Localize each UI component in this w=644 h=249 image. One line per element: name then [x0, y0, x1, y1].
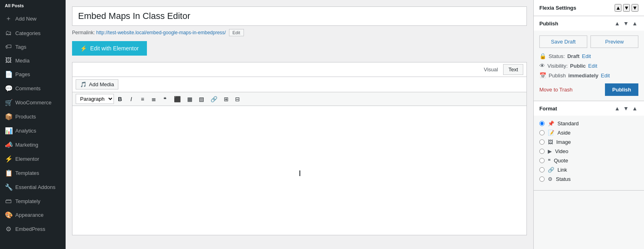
- ordered-list-button[interactable]: ≣: [149, 94, 159, 104]
- sidebar-item-media[interactable]: 🖼 Media: [0, 54, 66, 67]
- sidebar-icon-media: 🖼: [5, 57, 12, 64]
- format-section: Format ▲ ▼ ▲ 📌 Standard 📝 Aside 🖼 Image …: [534, 101, 644, 191]
- sidebar-label-elementor: Elementor: [15, 156, 39, 162]
- sidebar-item-pages[interactable]: 📄 Pages: [0, 67, 66, 81]
- italic-button[interactable]: I: [126, 94, 136, 104]
- format-icon-quote: ❝: [548, 158, 551, 164]
- sidebar-label-categories: Categories: [15, 30, 41, 36]
- permalink-bar: Permalink: http://test-website.local/emb…: [72, 29, 527, 36]
- sidebar-label-tags: Tags: [15, 44, 26, 50]
- format-radio-video[interactable]: [539, 149, 545, 154]
- sidebar-item-tags[interactable]: 🏷 Tags: [0, 40, 66, 54]
- sidebar-item-templately[interactable]: 🗃 Templately: [0, 194, 66, 208]
- publish-up-button[interactable]: ▲: [613, 20, 621, 27]
- format-option-aside[interactable]: 📝 Aside: [539, 130, 638, 136]
- tab-visual[interactable]: Visual: [479, 64, 503, 75]
- format-title: Format: [539, 106, 557, 112]
- status-icon: 🔒: [539, 53, 546, 59]
- elementor-edit-button[interactable]: ⚡ Edit with Elementor: [72, 41, 147, 56]
- sidebar-item-products[interactable]: 📦 Products: [0, 110, 66, 124]
- publish-edit-link[interactable]: Edit: [601, 73, 610, 79]
- preview-button[interactable]: Preview: [590, 35, 638, 48]
- sidebar-label-media: Media: [15, 58, 29, 64]
- table-button[interactable]: ⊞: [221, 94, 231, 104]
- format-radio-image[interactable]: [539, 139, 545, 145]
- sidebar-item-embedpress[interactable]: ⚙ EmbedPress: [0, 222, 66, 236]
- add-media-icon: 🎵: [80, 81, 87, 87]
- flexia-toggle-button[interactable]: ▼: [632, 4, 638, 12]
- format-option-standard[interactable]: 📌 Standard: [539, 120, 638, 127]
- format-up-button[interactable]: ▲: [613, 105, 621, 112]
- post-title-input[interactable]: [72, 6, 527, 26]
- format-label-status: Status: [556, 176, 571, 182]
- sidebar-item-add-new[interactable]: ＋ Add New: [0, 11, 66, 26]
- sidebar-icon-essential-addons: 🔧: [5, 183, 12, 191]
- format-radio-status[interactable]: [539, 176, 545, 182]
- format-option-video[interactable]: ▶ Video: [539, 148, 638, 154]
- format-option-link[interactable]: 🔗 Link: [539, 167, 638, 173]
- flexia-up-button[interactable]: ▲: [615, 4, 621, 12]
- publish-down-button[interactable]: ▼: [622, 20, 630, 27]
- sidebar-icon-embedpress: ⚙: [5, 225, 12, 233]
- elementor-btn-label: Edit with Elementor: [90, 45, 139, 52]
- link-button[interactable]: 🔗: [208, 94, 220, 104]
- elementor-icon: ⚡: [80, 45, 87, 52]
- format-section-header[interactable]: Format ▲ ▼ ▲: [534, 101, 644, 116]
- sidebar-item-analytics[interactable]: 📊 Analytics: [0, 124, 66, 138]
- publish-button[interactable]: Publish: [605, 83, 638, 96]
- publish-collapse-button[interactable]: ▲: [631, 20, 638, 27]
- sidebar-item-templates[interactable]: 📋 Templates: [0, 166, 66, 180]
- publish-footer: Move to Trash Publish: [539, 83, 638, 96]
- add-media-button[interactable]: 🎵 Add Media: [76, 79, 118, 89]
- align-left-button[interactable]: ⬛: [171, 94, 184, 104]
- paragraph-select[interactable]: Paragraph: [76, 94, 114, 104]
- format-label-video: Video: [555, 148, 568, 154]
- sidebar-item-appearance[interactable]: 🎨 Appearance: [0, 208, 66, 222]
- visibility-row: 👁 Visibility: Public Edit: [539, 62, 638, 69]
- editor-tab-bar: Visual Text: [72, 62, 526, 77]
- sidebar-item-essential-addons[interactable]: 🔧 Essential Addons: [0, 180, 66, 194]
- sidebar-icon-add-new: ＋: [5, 15, 12, 23]
- permalink-edit-button[interactable]: Edit: [229, 29, 244, 36]
- format-collapse-button[interactable]: ▲: [631, 105, 638, 112]
- tab-text[interactable]: Text: [503, 64, 523, 75]
- format-radio-link[interactable]: [539, 167, 545, 172]
- sidebar-label-products: Products: [15, 114, 36, 120]
- visibility-edit-link[interactable]: Edit: [588, 63, 597, 69]
- save-draft-button[interactable]: Save Draft: [539, 35, 587, 48]
- format-radio-standard[interactable]: [539, 121, 545, 126]
- status-edit-link[interactable]: Edit: [582, 53, 591, 59]
- align-right-button[interactable]: ▧: [196, 94, 207, 104]
- flexia-down-button[interactable]: ▼: [623, 4, 630, 12]
- more-button[interactable]: ⊟: [232, 94, 243, 104]
- permalink-url[interactable]: http://test-website.local/embed-google-m…: [96, 30, 226, 35]
- align-center-button[interactable]: ▦: [184, 94, 195, 104]
- sidebar-icon-categories: 🗂: [5, 29, 12, 37]
- unordered-list-button[interactable]: ≡: [137, 94, 148, 104]
- sidebar-icon-elementor: ⚡: [5, 155, 12, 163]
- format-radio-quote[interactable]: [539, 158, 545, 163]
- sidebar-item-woocommerce[interactable]: 🛒 WooCommerce: [0, 95, 66, 110]
- format-option-quote[interactable]: ❝ Quote: [539, 158, 638, 164]
- format-option-status[interactable]: ⚙ Status: [539, 176, 638, 182]
- editor-content-area[interactable]: [72, 106, 526, 235]
- move-trash-link[interactable]: Move to Trash: [539, 87, 572, 93]
- blockquote-button[interactable]: ❝: [160, 94, 170, 104]
- sidebar-icon-products: 📦: [5, 113, 12, 120]
- sidebar-item-elementor[interactable]: ⚡ Elementor: [0, 152, 66, 166]
- visibility-label: Visibility:: [547, 63, 568, 69]
- sidebar-item-categories[interactable]: 🗂 Categories: [0, 26, 66, 40]
- format-radio-aside[interactable]: [539, 130, 545, 135]
- format-option-image[interactable]: 🖼 Image: [539, 139, 638, 145]
- format-label-standard: Standard: [557, 120, 579, 127]
- format-icon-image: 🖼: [548, 139, 553, 145]
- status-row: 🔒 Status: Draft Edit: [539, 53, 638, 59]
- sidebar-icon-pages: 📄: [5, 71, 12, 78]
- sidebar-item-comments[interactable]: 💬 Comments: [0, 81, 66, 95]
- format-down-button[interactable]: ▼: [622, 105, 630, 112]
- sidebar-item-marketing[interactable]: 📣 Marketing: [0, 138, 66, 152]
- permalink-label: Permalink:: [72, 30, 95, 35]
- media-bar: 🎵 Add Media: [72, 77, 526, 92]
- bold-button[interactable]: B: [115, 94, 125, 104]
- publish-section-header[interactable]: Publish ▲ ▼ ▲: [534, 16, 644, 31]
